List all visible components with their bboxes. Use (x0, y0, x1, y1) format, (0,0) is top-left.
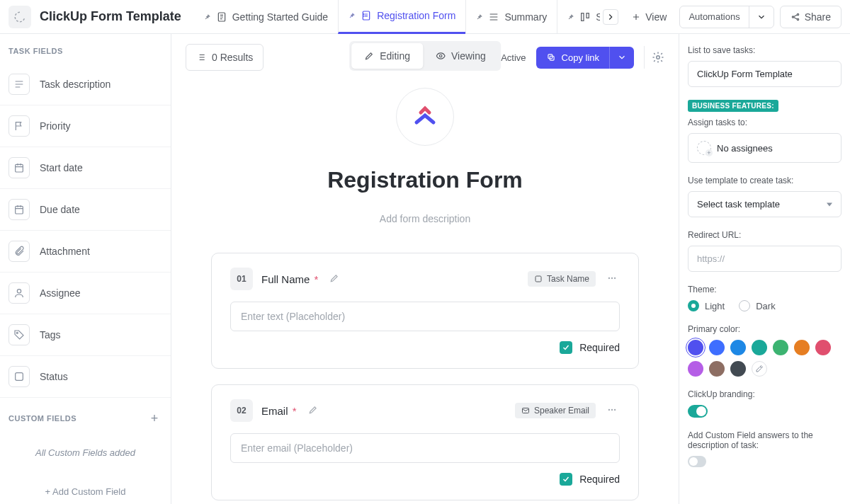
list-icon (488, 11, 499, 23)
svg-rect-5 (586, 13, 589, 18)
add-view-button[interactable]: View (624, 7, 674, 27)
pin-icon (204, 13, 211, 21)
share-button[interactable]: Share (780, 6, 842, 28)
svg-point-9 (797, 13, 798, 15)
svg-rect-4 (582, 13, 584, 21)
pin-icon (476, 13, 483, 21)
field-assignee[interactable]: Assignee (0, 273, 171, 314)
scroll-tabs-right[interactable] (603, 9, 618, 25)
color-swatch[interactable] (730, 340, 746, 355)
redirect-url-label: Redirect URL: (688, 230, 842, 240)
loading-icon (13, 11, 26, 23)
field-due-date[interactable]: Due date (0, 189, 171, 231)
primary-color-label: Primary color: (688, 324, 842, 334)
svg-point-26 (611, 408, 613, 410)
pencil-icon (329, 273, 339, 283)
workspace-logo[interactable] (8, 6, 31, 28)
field-mapping-badge[interactable]: Task Name (528, 271, 596, 287)
form-logo[interactable] (396, 88, 454, 146)
tab-registration-form[interactable]: Registration Form (338, 0, 465, 34)
results-pill[interactable]: 0 Results (186, 44, 264, 71)
svg-rect-15 (16, 373, 23, 381)
question-more-button[interactable] (604, 270, 620, 288)
automations-dropdown[interactable] (749, 6, 774, 28)
check-icon (562, 343, 570, 352)
form-description-input[interactable]: Add form description (211, 213, 639, 224)
field-priority[interactable]: Priority (0, 105, 171, 147)
tab-summary[interactable]: Summary (465, 0, 557, 34)
mode-segment: Editing Viewing (349, 41, 501, 71)
field-tags[interactable]: Tags (0, 314, 171, 356)
color-swatch[interactable] (773, 340, 788, 355)
redirect-url-input[interactable]: https:// (688, 246, 842, 272)
color-swatches (688, 340, 842, 377)
form-title[interactable]: Registration Form (211, 167, 639, 193)
question-title[interactable]: Email * (261, 405, 297, 417)
color-swatch[interactable] (815, 340, 831, 355)
question-number: 02 (230, 399, 253, 422)
assign-tasks-select[interactable]: No assignees (688, 133, 842, 163)
edit-question-button[interactable] (329, 273, 339, 285)
theme-light-radio[interactable]: Light (688, 300, 725, 311)
add-assignee-icon (697, 141, 711, 155)
doc-icon (216, 11, 227, 23)
required-checkbox[interactable] (560, 341, 572, 354)
check-icon (562, 475, 570, 483)
tab-stages[interactable]: Stages (557, 0, 600, 34)
answer-placeholder-input[interactable]: Enter text (Placeholder) (230, 302, 620, 331)
add-custom-field-icon[interactable]: + (147, 411, 162, 426)
question-card[interactable]: 01 Full Name * Task Name Enter text (Pla… (211, 253, 639, 369)
color-swatch[interactable] (688, 340, 703, 355)
color-swatch[interactable] (709, 361, 725, 377)
settings-button[interactable] (644, 46, 664, 69)
color-swatch[interactable] (752, 340, 767, 355)
tab-getting-started[interactable]: Getting Started Guide (194, 0, 338, 34)
copy-link-dropdown[interactable] (609, 47, 634, 69)
assign-tasks-label: Assign tasks to: (688, 118, 842, 127)
svg-point-3 (363, 16, 364, 16)
required-checkbox[interactable] (560, 473, 572, 486)
custom-fields-heading: CUSTOM FIELDS (8, 414, 76, 423)
pin-icon (348, 12, 356, 19)
color-picker-button[interactable] (752, 361, 767, 377)
automations-button[interactable]: Automations (679, 6, 774, 28)
custom-fields-empty-text: All Custom Fields added (0, 426, 171, 458)
template-label: Use template to create task: (688, 176, 842, 185)
list-to-save-select[interactable]: ClickUp Form Template (688, 61, 842, 87)
edit-question-button[interactable] (308, 405, 318, 417)
branding-toggle[interactable] (688, 405, 708, 418)
clickup-logo-icon (411, 103, 439, 131)
svg-point-18 (657, 56, 660, 59)
business-features-badge: BUSINESS FEATURES: (688, 100, 778, 112)
list-icon (196, 52, 206, 62)
color-swatch[interactable] (730, 361, 746, 377)
color-swatch[interactable] (709, 340, 725, 355)
field-task-description[interactable]: Task description (0, 64, 171, 105)
question-card[interactable]: 02 Email * Speaker Email Enter email (Pl… (211, 384, 639, 500)
required-label: Required (579, 342, 620, 353)
add-custom-field-button[interactable]: + Add Custom Field (0, 458, 171, 504)
svg-point-10 (797, 18, 798, 20)
question-title[interactable]: Full Name * (261, 273, 318, 285)
answer-placeholder-input[interactable]: Enter email (Placeholder) (230, 433, 620, 463)
task-template-select[interactable]: Select task template (688, 191, 842, 217)
svg-rect-11 (16, 164, 23, 172)
color-swatch[interactable] (688, 361, 703, 377)
plus-icon (631, 12, 641, 22)
calendar-icon (13, 162, 25, 173)
field-mapping-badge[interactable]: Speaker Email (515, 403, 596, 418)
field-attachment[interactable]: Attachment (0, 231, 171, 273)
field-status[interactable]: Status (0, 356, 171, 398)
required-label: Required (579, 474, 620, 485)
app-title[interactable]: ClickUp Form Template (40, 9, 181, 24)
cf-answers-toggle[interactable] (688, 456, 706, 467)
viewing-mode-button[interactable]: Viewing (423, 43, 499, 69)
editing-mode-button[interactable]: Editing (351, 43, 423, 69)
user-icon (13, 287, 25, 299)
color-swatch[interactable] (794, 340, 810, 355)
question-more-button[interactable] (604, 402, 620, 420)
theme-dark-radio[interactable]: Dark (739, 300, 775, 311)
copy-link-button[interactable]: Copy link (536, 47, 609, 69)
field-start-date[interactable]: Start date (0, 147, 171, 189)
question-number: 01 (230, 268, 253, 290)
